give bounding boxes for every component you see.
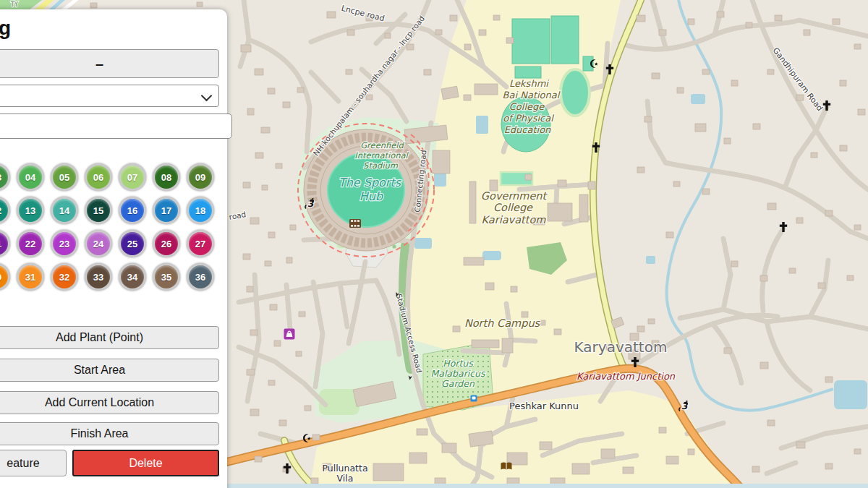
map-label: College bbox=[493, 202, 533, 214]
library-icon bbox=[501, 463, 512, 470]
color-circle-30[interactable]: 30 bbox=[0, 263, 10, 291]
color-circle-26[interactable]: 26 bbox=[153, 230, 180, 257]
map-label: Hortus bbox=[443, 358, 474, 369]
color-circle-34[interactable]: 34 bbox=[119, 263, 146, 291]
map-label: Kariavattom bbox=[482, 214, 547, 226]
bus-stop-icon bbox=[471, 395, 477, 402]
color-circle-21[interactable]: 21 bbox=[0, 230, 10, 257]
shop-icon bbox=[284, 329, 295, 340]
panel-title: g bbox=[0, 18, 11, 38]
color-circle-13[interactable]: 13 bbox=[17, 197, 44, 224]
color-circle-27[interactable]: 27 bbox=[187, 230, 214, 257]
color-circle-22[interactable]: 22 bbox=[17, 230, 44, 257]
color-circle-08[interactable]: 08 bbox=[153, 163, 180, 191]
color-circle-03[interactable]: 03 bbox=[0, 163, 10, 191]
map-label: Malabaricus bbox=[430, 368, 486, 379]
map-label: Pullunatta bbox=[322, 463, 367, 474]
map-label: Kariavattom Junction bbox=[576, 371, 676, 382]
map-label: Garden bbox=[441, 378, 475, 389]
add-current-location-button[interactable]: Add Current Location bbox=[0, 391, 219, 414]
running-track bbox=[561, 69, 590, 116]
map-label: Bai National bbox=[503, 90, 561, 100]
color-circle-25[interactable]: 25 bbox=[119, 230, 146, 257]
delete-button[interactable]: Delete bbox=[72, 450, 219, 476]
add-plant-point-button[interactable]: Add Plant (Point) bbox=[0, 326, 219, 349]
collapse-button[interactable]: – bbox=[0, 49, 219, 78]
color-circle-36[interactable]: 36 bbox=[187, 263, 214, 291]
map-label: The Sports bbox=[339, 176, 402, 189]
cinema-icon bbox=[349, 219, 361, 228]
color-circle-24[interactable]: 24 bbox=[85, 230, 112, 257]
color-circle-31[interactable]: 31 bbox=[17, 263, 44, 291]
color-circle-15[interactable]: 15 bbox=[85, 197, 112, 224]
map-label: Hub bbox=[359, 189, 383, 203]
color-circle-23[interactable]: 23 bbox=[51, 230, 78, 257]
color-circle-09[interactable]: 09 bbox=[187, 163, 214, 191]
start-area-button[interactable]: Start Area bbox=[0, 359, 219, 382]
map-label: of Physical bbox=[503, 113, 554, 124]
map-label: College bbox=[509, 101, 545, 112]
color-circle-12[interactable]: 12 bbox=[0, 197, 10, 224]
app-window: 3 bbox=[0, 0, 868, 488]
color-circle-05[interactable]: 05 bbox=[51, 163, 78, 191]
color-circle-35[interactable]: 35 bbox=[153, 263, 180, 291]
map-label: Vila bbox=[337, 473, 354, 484]
color-circle-18[interactable]: 18 bbox=[187, 197, 214, 224]
map-label: Government bbox=[481, 190, 548, 202]
color-circle-07[interactable]: 07 bbox=[119, 163, 146, 191]
map-label: Peshkar Kunnu bbox=[509, 401, 579, 411]
save-feature-button[interactable]: eature bbox=[0, 450, 67, 476]
color-circle-16[interactable]: 16 bbox=[119, 197, 146, 224]
color-circle-17[interactable]: 17 bbox=[153, 197, 180, 224]
map-label: Karyavattom bbox=[574, 338, 668, 356]
map-label: Greenfield bbox=[360, 140, 404, 150]
color-circle-14[interactable]: 14 bbox=[51, 197, 78, 224]
panel-select[interactable] bbox=[0, 85, 219, 107]
map-label: Education bbox=[504, 124, 551, 135]
map-label: TY bbox=[10, 1, 18, 8]
map-label: North Campus bbox=[464, 317, 541, 330]
color-circle-33[interactable]: 33 bbox=[85, 263, 112, 291]
finish-area-button[interactable]: Finish Area bbox=[0, 422, 219, 445]
color-circle-32[interactable]: 32 bbox=[51, 263, 78, 291]
control-panel: g – 030405060708091213141516171821222324… bbox=[0, 9, 227, 488]
map-label: International bbox=[354, 150, 409, 160]
bottom-water-strip bbox=[217, 484, 868, 488]
panel-text-input[interactable] bbox=[0, 114, 232, 139]
map-label: Lekshmi bbox=[509, 78, 549, 89]
map-label: Stadium bbox=[363, 160, 399, 171]
color-circle-04[interactable]: 04 bbox=[17, 163, 44, 191]
color-circle-06[interactable]: 06 bbox=[85, 163, 112, 191]
